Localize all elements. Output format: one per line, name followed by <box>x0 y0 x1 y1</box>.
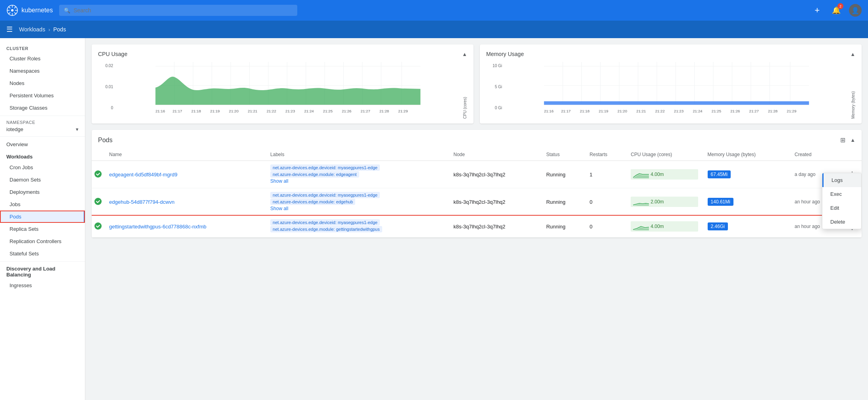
row1-label-2: net.azure-devices.edge.module: edgeagent <box>270 171 359 178</box>
row1-node: k8s-3q7lhq2cl-3q7lhq2 <box>449 161 542 188</box>
notification-button[interactable]: 🔔 2 <box>830 4 843 17</box>
sidebar-item-workloads: Workloads <box>0 151 85 161</box>
svg-line-8 <box>14 7 16 8</box>
svg-point-70 <box>94 170 102 178</box>
filter-icon[interactable]: ⊞ <box>840 136 845 144</box>
row3-cpu-sparkline <box>633 222 649 230</box>
memory-y-label: Memory (bytes) <box>851 62 855 119</box>
context-menu-item-exec[interactable]: Exec <box>822 187 861 201</box>
sidebar-item-storage-classes[interactable]: Storage Classes <box>0 102 85 114</box>
memory-chart-title: Memory Usage <box>486 51 524 57</box>
memory-chart-collapse-icon[interactable]: ▲ <box>850 51 855 57</box>
sidebar-item-daemon-sets[interactable]: Daemon Sets <box>0 174 85 186</box>
row3-cpu: 4.00m <box>626 216 702 238</box>
row3-memory: 2.46Gi <box>703 216 790 238</box>
svg-text:21:16: 21:16 <box>544 109 554 113</box>
search-input[interactable] <box>73 7 293 14</box>
hamburger-menu[interactable]: ☰ <box>6 25 13 34</box>
cpu-y-tick-0: 0 <box>111 106 113 110</box>
svg-text:21:20: 21:20 <box>229 109 239 113</box>
charts-row: CPU Usage ▲ 0.02 0.01 0 <box>92 44 862 124</box>
row2-node: k8s-3q7lhq2cl-3q7lhq2 <box>449 188 542 216</box>
svg-text:21:29: 21:29 <box>787 109 796 113</box>
sidebar: Cluster Cluster Roles Namespaces Nodes P… <box>0 38 85 400</box>
sidebar-item-jobs[interactable]: Jobs <box>0 198 85 211</box>
row3-name[interactable]: gettingstartedwithgpus-6cd778868c-nxfmb <box>104 216 266 238</box>
cpu-chart-collapse-icon[interactable]: ▲ <box>462 51 467 57</box>
row2-name[interactable]: edgehub-54d877f794-dcwvn <box>104 188 266 216</box>
svg-text:21:29: 21:29 <box>398 109 408 113</box>
row1-labels: net.azure-devices.edge.deviceid: myasegp… <box>266 161 448 188</box>
svg-text:21:18: 21:18 <box>191 109 201 113</box>
row3-status-icon <box>92 216 104 238</box>
svg-text:21:19: 21:19 <box>599 109 608 113</box>
row1-actions[interactable]: ⋮ Logs Exec Edit Delete <box>843 161 862 188</box>
user-avatar[interactable]: 👤 <box>849 4 862 17</box>
svg-text:21:19: 21:19 <box>210 109 220 113</box>
row2-name-link[interactable]: edgehub-54d877f794-dcwvn <box>109 199 175 205</box>
svg-text:21:27: 21:27 <box>749 109 759 113</box>
sidebar-item-pods[interactable]: Pods <box>0 211 85 223</box>
sidebar-item-namespaces[interactable]: Namespaces <box>0 65 85 77</box>
add-button[interactable]: + <box>811 4 824 17</box>
row2-label-1: net.azure-devices.edge.deviceid: myasegp… <box>270 192 380 198</box>
svg-text:21:21: 21:21 <box>248 109 257 113</box>
row1-name-link[interactable]: edgeagent-6d5df849bf-mgrd9 <box>109 172 177 178</box>
mem-y-tick-1: 5 Gi <box>495 85 502 89</box>
notification-badge: 2 <box>837 3 843 9</box>
sidebar-section-discovery: Discovery and Load Balancing <box>0 261 85 279</box>
namespace-section: Namespace iotedge ▾ <box>0 116 85 137</box>
cpu-chart-body: 0.02 0.01 0 <box>92 60 473 124</box>
sidebar-item-cluster-roles[interactable]: Cluster Roles <box>0 52 85 65</box>
row3-node: k8s-3q7lhq2cl-3q7lhq2 <box>449 216 542 238</box>
context-menu-item-delete[interactable]: Delete <box>822 215 861 229</box>
breadcrumb-workloads[interactable]: Workloads <box>19 26 45 33</box>
running-icon <box>94 197 102 205</box>
svg-text:21:23: 21:23 <box>285 109 295 113</box>
row1-memory: 67.45Mi <box>703 161 790 188</box>
app-logo[interactable]: kubernetes <box>6 4 53 16</box>
svg-text:21:22: 21:22 <box>655 109 665 113</box>
svg-text:21:26: 21:26 <box>342 109 351 113</box>
row3-restarts: 0 <box>585 216 626 238</box>
context-menu-item-edit[interactable]: Edit <box>822 201 861 215</box>
row2-show-all[interactable]: Show all <box>270 206 288 211</box>
sidebar-item-replication-controllers[interactable]: Replication Controllers <box>0 235 85 247</box>
svg-point-72 <box>94 198 102 205</box>
search-box[interactable]: 🔍 <box>59 5 297 16</box>
sidebar-item-replica-sets[interactable]: Replica Sets <box>0 223 85 235</box>
pods-section-title: Pods <box>98 137 112 144</box>
namespace-selector[interactable]: iotedge ▾ <box>6 126 79 132</box>
row1-name[interactable]: edgeagent-6d5df849bf-mgrd9 <box>104 161 266 188</box>
col-cpu: CPU Usage (cores) <box>626 149 702 161</box>
sidebar-item-persistent-volumes[interactable]: Persistent Volumes <box>0 89 85 102</box>
row3-name-link[interactable]: gettingstartedwithgpus-6cd778868c-nxfmb <box>109 224 206 230</box>
sidebar-item-deployments[interactable]: Deployments <box>0 186 85 198</box>
svg-text:21:28: 21:28 <box>379 109 389 113</box>
row2-status: Running <box>541 188 585 216</box>
row1-status: Running <box>541 161 585 188</box>
sidebar-item-ingresses[interactable]: Ingresses <box>0 279 85 292</box>
content-area: CPU Usage ▲ 0.02 0.01 0 <box>85 38 868 400</box>
context-menu-item-logs[interactable]: Logs <box>822 173 861 187</box>
col-labels: Labels <box>266 149 448 161</box>
row2-labels: net.azure-devices.edge.deviceid: myasegp… <box>266 188 448 216</box>
row3-label-1: net.azure-devices.edge.deviceid: myasegp… <box>270 219 380 226</box>
sidebar-item-nodes[interactable]: Nodes <box>0 77 85 89</box>
svg-text:21:26: 21:26 <box>730 109 740 113</box>
svg-text:21:28: 21:28 <box>768 109 778 113</box>
col-name: Name <box>104 149 266 161</box>
svg-text:21:16: 21:16 <box>156 109 165 113</box>
memory-chart-svg: 21:16 21:17 21:18 21:19 21:20 21:21 21:2… <box>504 62 849 118</box>
row1-cpu-value: 4.00m <box>651 172 664 177</box>
pods-collapse-icon[interactable]: ▲ <box>850 137 855 143</box>
sidebar-item-stateful-sets[interactable]: Stateful Sets <box>0 247 85 260</box>
sidebar-item-overview[interactable]: Overview <box>0 138 85 151</box>
sidebar-item-cron-jobs[interactable]: Cron Jobs <box>0 161 85 174</box>
row2-restarts: 0 <box>585 188 626 216</box>
row1-show-all[interactable]: Show all <box>270 178 288 184</box>
row2-label-2: net.azure-devices.edge.module: edgehub <box>270 199 355 205</box>
namespace-dropdown-icon: ▾ <box>76 126 79 132</box>
mem-y-tick-2: 10 Gi <box>493 64 502 68</box>
svg-text:21:27: 21:27 <box>361 109 370 113</box>
